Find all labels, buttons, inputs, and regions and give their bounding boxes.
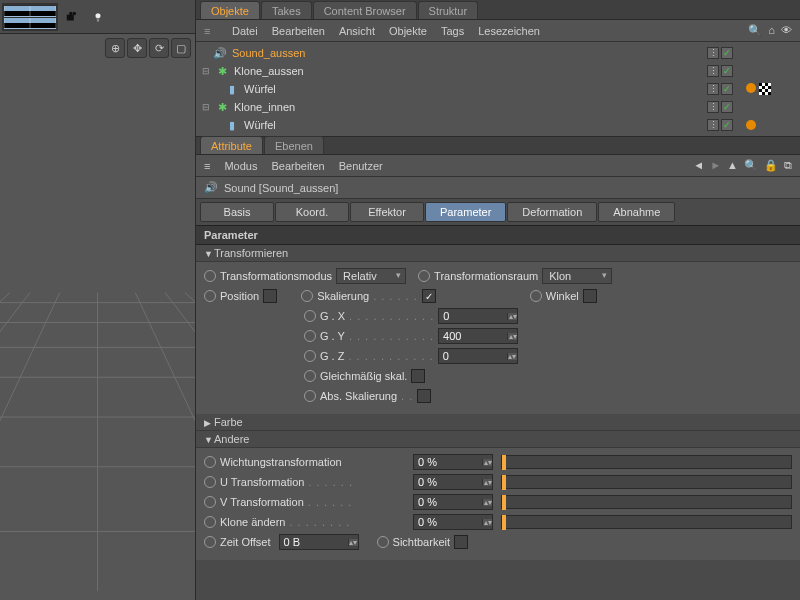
mtab-deformation[interactable]: Deformation bbox=[507, 202, 597, 222]
menu-icon[interactable]: ≡ bbox=[204, 160, 210, 172]
nav-fwd-icon[interactable]: ► bbox=[710, 159, 721, 172]
menu-ansicht[interactable]: Ansicht bbox=[339, 25, 375, 37]
cube-icon: ▮ bbox=[224, 119, 240, 132]
tab-attribute[interactable]: Attribute bbox=[200, 136, 263, 154]
search-icon[interactable]: 🔍 bbox=[748, 24, 762, 37]
label-winkel: Winkel bbox=[546, 290, 579, 302]
menu-bearbeiten[interactable]: Bearbeiten bbox=[271, 160, 324, 172]
slider-v-trans[interactable] bbox=[501, 495, 792, 509]
mtab-abnahme[interactable]: Abnahme bbox=[598, 202, 675, 222]
texture-tag-icon[interactable] bbox=[759, 83, 771, 95]
tree-row-wuerfel-2[interactable]: ▮ Würfel ⋮✓ bbox=[196, 116, 800, 134]
attribute-mode-tabs: Basis Koord. Effektor Parameter Deformat… bbox=[196, 199, 800, 225]
group-andere[interactable]: ▼Andere bbox=[196, 431, 800, 448]
tree-row-sound-aussen[interactable]: 🔊 Sound_aussen ⋮✓ bbox=[196, 44, 800, 62]
visibility-toggle[interactable]: ⋮ bbox=[707, 47, 719, 59]
nav-up-icon[interactable]: ▲ bbox=[727, 159, 738, 172]
tag-icon[interactable] bbox=[746, 83, 756, 93]
object-tree: 🔊 Sound_aussen ⋮✓ ⊟ ✱ Klone_aussen ⋮✓ ▮ … bbox=[196, 42, 800, 137]
tree-row-klone-innen[interactable]: ⊟ ✱ Klone_innen ⋮✓ bbox=[196, 98, 800, 116]
slider-wichtung[interactable] bbox=[501, 455, 792, 469]
viewport-toolbar bbox=[0, 0, 195, 34]
svg-line-13 bbox=[0, 293, 60, 591]
group-farbe[interactable]: ▶Farbe bbox=[196, 414, 800, 431]
label-klone-aendern: Klone ändern bbox=[220, 516, 285, 528]
checkbox-sichtbarkeit[interactable] bbox=[454, 535, 468, 549]
sound-effector-icon: 🔊 bbox=[212, 47, 228, 60]
tab-ebenen[interactable]: Ebenen bbox=[264, 136, 324, 154]
checkbox-position[interactable] bbox=[263, 289, 277, 303]
label-gx: G . X bbox=[320, 310, 345, 322]
checkbox-skalierung[interactable]: ✓ bbox=[422, 289, 436, 303]
tab-objekte[interactable]: Objekte bbox=[200, 1, 260, 19]
label-transformationsraum: Transformationsraum bbox=[434, 270, 538, 282]
light-icon[interactable] bbox=[86, 5, 110, 29]
attribute-manager-tabs: Attribute Ebenen bbox=[196, 137, 800, 155]
nav-back-icon[interactable]: ◄ bbox=[693, 159, 704, 172]
tab-takes[interactable]: Takes bbox=[261, 1, 312, 19]
render-toggle[interactable]: ✓ bbox=[721, 47, 733, 59]
tag-icon[interactable] bbox=[746, 120, 756, 130]
label-gz: G . Z bbox=[320, 350, 344, 362]
home-icon[interactable]: ⌂ bbox=[768, 24, 775, 37]
tab-struktur[interactable]: Struktur bbox=[418, 1, 479, 19]
label-transformationsmodus: Transformationsmodus bbox=[220, 270, 332, 282]
field-wichtung[interactable]: 0 %▴▾ bbox=[413, 454, 493, 470]
expand-toggle[interactable]: ⊟ bbox=[202, 66, 214, 76]
menu-objekte[interactable]: Objekte bbox=[389, 25, 427, 37]
object-title: Sound [Sound_aussen] bbox=[224, 182, 338, 194]
label-gy: G . Y bbox=[320, 330, 345, 342]
params-andere: Wichtungstransformation 0 %▴▾ U Transfor… bbox=[196, 448, 800, 560]
field-u-trans[interactable]: 0 %▴▾ bbox=[413, 474, 493, 490]
field-v-trans[interactable]: 0 %▴▾ bbox=[413, 494, 493, 510]
checkbox-gleichmaessig[interactable] bbox=[411, 369, 425, 383]
slider-u-trans[interactable] bbox=[501, 475, 792, 489]
object-manager-tabs: Objekte Takes Content Browser Struktur bbox=[196, 0, 800, 20]
label-abs-skalierung: Abs. Skalierung bbox=[320, 390, 397, 402]
svg-point-1 bbox=[73, 11, 77, 15]
menu-bearbeiten[interactable]: Bearbeiten bbox=[272, 25, 325, 37]
search-icon[interactable]: 🔍 bbox=[744, 159, 758, 172]
checkbox-winkel[interactable] bbox=[583, 289, 597, 303]
mtab-parameter[interactable]: Parameter bbox=[425, 202, 506, 222]
label-skalierung: Skalierung bbox=[317, 290, 369, 302]
params-transformieren: Transformationsmodus Relativ Transformat… bbox=[196, 262, 800, 414]
mtab-effektor[interactable]: Effektor bbox=[350, 202, 424, 222]
dropdown-transformationsraum[interactable]: Klon bbox=[542, 268, 612, 284]
slider-klone-aendern[interactable] bbox=[501, 515, 792, 529]
field-gz[interactable]: 0▴▾ bbox=[438, 348, 518, 364]
label-zeit-offset: Zeit Offset bbox=[220, 536, 271, 548]
group-transformieren[interactable]: ▼Transformieren bbox=[196, 245, 800, 262]
attribute-object-header: 🔊 Sound [Sound_aussen] bbox=[196, 177, 800, 199]
mtab-koord[interactable]: Koord. bbox=[275, 202, 349, 222]
eye-icon[interactable]: 👁 bbox=[781, 24, 792, 37]
attribute-menubar: ≡ Modus Bearbeiten Benutzer ◄ ► ▲ 🔍 🔒 ⧉ bbox=[196, 155, 800, 177]
label-wichtung: Wichtungstransformation bbox=[220, 456, 342, 468]
menu-icon[interactable]: ≡ bbox=[204, 25, 218, 37]
label-u-trans: U Transformation bbox=[220, 476, 304, 488]
camera-icon[interactable] bbox=[60, 5, 84, 29]
viewport-3d[interactable]: ⊕ ✥ ⟳ ▢ bbox=[0, 34, 195, 600]
tree-row-wuerfel-1[interactable]: ▮ Würfel ⋮✓ bbox=[196, 80, 800, 98]
expand-toggle[interactable]: ⊟ bbox=[202, 102, 214, 112]
svg-line-16 bbox=[165, 293, 195, 591]
menu-modus[interactable]: Modus bbox=[224, 160, 257, 172]
svg-line-18 bbox=[185, 293, 195, 591]
tree-row-klone-aussen[interactable]: ⊟ ✱ Klone_aussen ⋮✓ bbox=[196, 62, 800, 80]
menu-lesezeichen[interactable]: Lesezeichen bbox=[478, 25, 540, 37]
cloner-icon: ✱ bbox=[214, 65, 230, 78]
menu-benutzer[interactable]: Benutzer bbox=[339, 160, 383, 172]
tab-content-browser[interactable]: Content Browser bbox=[313, 1, 417, 19]
menu-tags[interactable]: Tags bbox=[441, 25, 464, 37]
lock-icon[interactable]: 🔒 bbox=[764, 159, 778, 172]
dropdown-transformationsmodus[interactable]: Relativ bbox=[336, 268, 406, 284]
field-gx[interactable]: 0▴▾ bbox=[438, 308, 518, 324]
mtab-basis[interactable]: Basis bbox=[200, 202, 274, 222]
field-zeit-offset[interactable]: 0 B▴▾ bbox=[279, 534, 359, 550]
new-window-icon[interactable]: ⧉ bbox=[784, 159, 792, 172]
menu-datei[interactable]: Datei bbox=[232, 25, 258, 37]
checkbox-abs-skalierung[interactable] bbox=[417, 389, 431, 403]
field-klone-aendern[interactable]: 0 %▴▾ bbox=[413, 514, 493, 530]
viewport-layout-thumb[interactable] bbox=[2, 3, 58, 31]
field-gy[interactable]: 400▴▾ bbox=[438, 328, 518, 344]
